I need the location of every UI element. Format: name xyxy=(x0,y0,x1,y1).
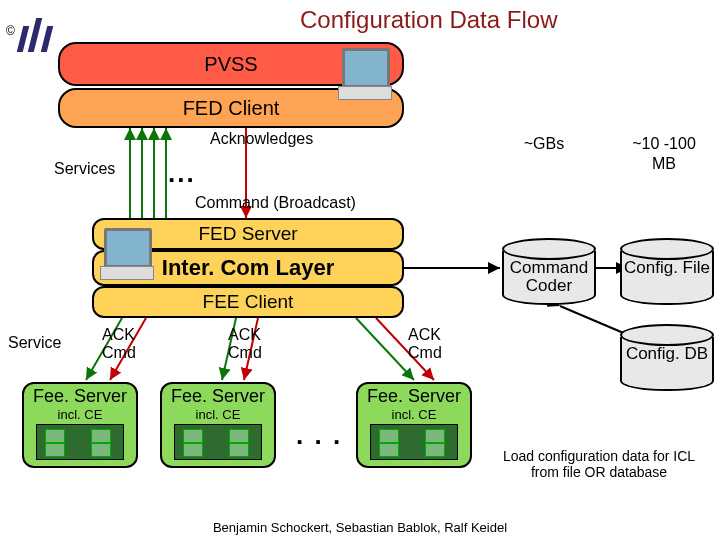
config-file-cylinder: Config. File xyxy=(620,238,710,305)
ellipsis-icon: . . . xyxy=(296,420,342,451)
computer-icon xyxy=(100,228,152,278)
size-note-gbs: ~GBs xyxy=(500,134,588,180)
fee-server-box: Fee. Serverincl. CE xyxy=(356,382,472,468)
circuit-board-icon xyxy=(370,424,458,460)
size-note-mb: ~10 -100 MB xyxy=(620,134,708,180)
config-db-cylinder: Config. DB xyxy=(620,324,710,391)
command-coder-cylinder: Command Coder xyxy=(502,238,592,305)
fee-server-box: Fee. Serverincl. CE xyxy=(160,382,276,468)
ack-cmd-label: ACKCmd xyxy=(102,326,136,362)
circuit-board-icon xyxy=(174,424,262,460)
ack-cmd-label: ACKCmd xyxy=(228,326,262,362)
caption-text: Load configuration data for ICL from fil… xyxy=(492,448,706,480)
fee-server-box: Fee. Serverincl. CE xyxy=(22,382,138,468)
command-broadcast-label: Command (Broadcast) xyxy=(195,194,356,212)
ack-cmd-label: ACKCmd xyxy=(408,326,442,362)
ellipsis-icon: ... xyxy=(168,158,196,189)
services-label: Services xyxy=(54,160,115,178)
footer-authors: Benjamin Schockert, Sebastian Bablok, Ra… xyxy=(0,520,720,535)
acknowledges-label: Acknowledges xyxy=(210,130,313,148)
fee-client-box: FEE Client xyxy=(92,286,404,318)
service-label: Service xyxy=(8,334,61,352)
circuit-board-icon xyxy=(36,424,124,460)
computer-icon xyxy=(338,48,390,98)
